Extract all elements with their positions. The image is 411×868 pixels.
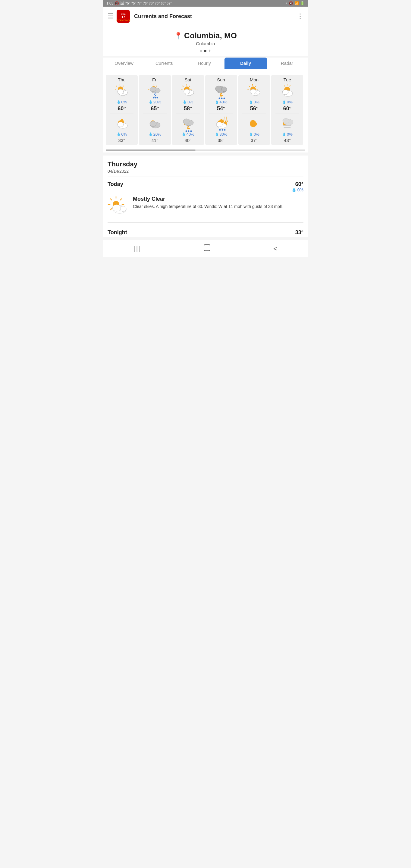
svg-point-64: [250, 89, 256, 94]
svg-point-73: [282, 90, 288, 95]
day-night-divider: [276, 114, 299, 114]
svg-line-67: [290, 86, 290, 86]
dot-1: [200, 50, 202, 52]
svg-point-50: [223, 98, 225, 99]
status-bar: 1:03 📵 🖼 75° 75° 77° 76° 78° 76° 63° 59°…: [103, 0, 308, 7]
day-temp: 58°: [184, 105, 192, 112]
tab-radar[interactable]: Radar: [267, 58, 307, 69]
day-night-divider: [242, 114, 266, 114]
detail-day-title: Thursday: [107, 160, 304, 168]
today-desc: Clear skies. A high temperature of 60. W…: [133, 204, 284, 210]
detail-divider: [107, 177, 304, 177]
day-night-divider: [176, 114, 200, 114]
today-precip: 💧 0%: [291, 187, 304, 192]
location-dots: +: [107, 49, 304, 53]
svg-point-26: [156, 97, 158, 98]
location-name: 📍 Columbia, MO: [107, 31, 304, 40]
hamburger-menu[interactable]: ☰: [107, 12, 114, 20]
svg-point-41: [185, 130, 187, 132]
svg-point-48: [218, 98, 220, 99]
svg-point-54: [219, 129, 221, 131]
today-label: Today: [107, 181, 123, 187]
night-temp: 33°: [119, 138, 125, 143]
day-col-thu[interactable]: Thu 💧0% 60° 💧0% 33°: [106, 75, 138, 145]
wifi-icon: 📶: [294, 1, 299, 5]
svg-line-84: [110, 209, 112, 210]
status-left: 1:03 📵 🖼 75° 75° 77° 76° 78° 76° 63° 59°: [106, 1, 172, 5]
svg-point-11: [118, 89, 124, 94]
night-precip: 💧0%: [249, 132, 259, 136]
night-precip: 💧40%: [182, 132, 194, 136]
svg-point-24: [155, 97, 156, 98]
day-precip: 💧0%: [282, 100, 292, 104]
svg-line-61: [249, 86, 250, 87]
svg-point-45: [216, 86, 222, 91]
day-night-divider: [143, 114, 167, 114]
tab-overview[interactable]: Overview: [104, 58, 144, 69]
dot-add[interactable]: +: [208, 49, 211, 53]
day-col-tue[interactable]: Tue 💧0% 60° 💧0% 43°: [271, 75, 303, 145]
day-name: Sun: [217, 77, 225, 82]
day-name: Mon: [250, 77, 258, 82]
status-icon-call: 📵: [115, 1, 119, 5]
svg-point-43: [190, 130, 192, 132]
day-precip: 💧0%: [183, 100, 193, 104]
night-icon: [247, 116, 262, 131]
svg-line-23: [155, 95, 156, 96]
day-precip: 💧0%: [117, 100, 127, 104]
night-icon: [114, 116, 129, 131]
svg-point-56: [224, 129, 225, 131]
tonight-row: Tonight 33°: [107, 226, 304, 237]
day-precip: 💧20%: [149, 100, 161, 104]
night-icon: [147, 116, 162, 131]
svg-text:17: 17: [121, 15, 125, 19]
day-col-sat[interactable]: Sat 💧0% 58° 💧40% 40°: [172, 75, 204, 145]
more-options-button[interactable]: ⋮: [297, 12, 304, 20]
day-precip: 💧40%: [215, 100, 227, 104]
status-time: 1:03: [106, 1, 113, 5]
tab-hourly[interactable]: Hourly: [184, 58, 224, 69]
tabs-bar: Overview Currents Hourly Daily Radar: [103, 58, 308, 69]
day-icon: [114, 84, 129, 98]
tonight-temp: 33°: [295, 229, 304, 236]
svg-point-46: [221, 87, 227, 92]
today-row: Today 60° 💧 0%: [107, 180, 304, 193]
bottom-back-button[interactable]: <: [274, 245, 277, 252]
location-pin-icon: 📍: [174, 32, 182, 40]
today-right: 60° 💧 0%: [291, 181, 304, 192]
tonight-divider: [107, 222, 304, 223]
day-night-divider: [209, 114, 232, 114]
svg-line-86: [110, 199, 112, 200]
today-weather-icon: [107, 196, 129, 217]
svg-point-53: [216, 122, 222, 127]
today-weather-text: Mostly Clear Clear skies. A high tempera…: [133, 196, 284, 210]
battery-icon: 🔋: [300, 1, 305, 5]
status-temps: 75° 75° 77° 76° 78° 76° 63° 59°: [125, 1, 171, 5]
tonight-label: Tonight: [107, 229, 127, 236]
mute-icon: 🔇: [289, 1, 293, 5]
bottom-home-button[interactable]: [203, 244, 211, 253]
tab-daily[interactable]: Daily: [224, 58, 267, 69]
night-precip: 💧0%: [282, 132, 292, 136]
svg-point-37: [190, 91, 194, 94]
day-col-sun[interactable]: Sun 💧40% 54° 💧30% 38°: [205, 75, 237, 145]
location-sub: Columbia: [107, 41, 304, 46]
night-icon: [214, 116, 229, 131]
tab-currents[interactable]: Currents: [144, 58, 184, 69]
svg-line-5: [123, 86, 124, 87]
night-temp: 40°: [184, 138, 191, 143]
night-temp: 38°: [218, 138, 224, 143]
day-col-fri[interactable]: Fri 💧20% 65° 💧20% 41°: [139, 75, 171, 145]
svg-point-75: [283, 119, 289, 123]
bottom-menu-button[interactable]: |||: [134, 245, 141, 252]
svg-point-21: [150, 87, 156, 92]
night-precip: 💧0%: [117, 132, 127, 136]
day-temp: 60°: [118, 105, 126, 112]
svg-point-49: [221, 98, 222, 99]
day-col-mon[interactable]: Mon 💧0% 56° 💧0% 37°: [238, 75, 270, 145]
svg-point-65: [256, 91, 260, 94]
night-precip: 💧20%: [149, 132, 161, 136]
svg-line-79: [120, 199, 121, 200]
night-temp: 43°: [284, 138, 291, 143]
svg-point-36: [184, 89, 190, 94]
